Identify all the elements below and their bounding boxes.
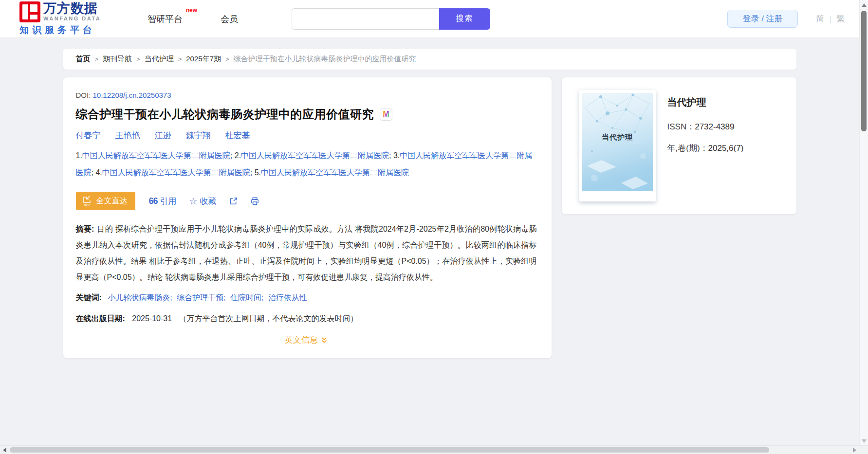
search-bar: 搜索 [292,8,490,30]
wanfang-logo[interactable]: 万方数据 WANFANG DATA 知识服务平台 [19,1,110,36]
article-actions: free 全文直达 66 引用 ☆ 收藏 [76,192,537,210]
affiliation-number: 5. [255,168,261,177]
breadcrumb-current: 综合护理干预在小儿轮状病毒肠炎护理中的应用价值研究 [234,54,416,64]
author-link[interactable]: 杜宏基 [225,130,250,141]
affiliation-separator: ; [230,151,235,160]
doi-row: DOI: 10.12208/j.cn.20250373 [76,91,537,99]
article-detail-card: DOI: 10.12208/j.cn.20250373 综合护理干预在小儿轮状病… [63,77,552,358]
affiliation-separator: ; [250,168,255,177]
lang-divider: | [830,14,831,24]
scroll-up-arrow-icon[interactable] [862,3,867,7]
affiliations: 1.中国人民解放军空军军医大学第二附属医院; 2.中国人民解放军空军军医大学第二… [76,147,537,181]
breadcrumb-issue[interactable]: 2025年7期 [186,54,221,64]
breadcrumb-home[interactable]: 首页 [76,54,91,64]
fulltext-button-label: 全文直达 [96,196,128,206]
journal-cover-title: 当代护理 [582,133,653,142]
abstract-text: 目的 探析综合护理干预应用于小儿轮状病毒肠炎护理中的实际成效。方法 将我院202… [76,225,537,281]
english-info-label: 英文信息 [285,334,318,345]
online-publish-date: 2025-10-31 [132,314,172,323]
affiliation-link[interactable]: 中国人民解放军空军军医大学第二附属医院 [261,168,409,177]
medline-badge-icon: M [380,108,392,121]
nav-item-zhiyan[interactable]: 智研平台 new [148,13,183,25]
share-button[interactable] [229,197,238,206]
nav-item-member-label: 会员 [221,14,238,24]
scroll-down-arrow-icon[interactable] [862,439,867,443]
favorite-button[interactable]: ☆ 收藏 [189,196,217,207]
author-link[interactable]: 魏宇翔 [186,130,211,141]
breadcrumb-journal-nav[interactable]: 期刊导航 [103,54,132,64]
article-title: 综合护理干预在小儿轮状病毒肠炎护理中的应用价值研究 [76,107,374,122]
nav-item-zhiyan-label: 智研平台 [148,14,183,24]
breadcrumb-separator: > [136,55,140,63]
horizontal-scrollbar[interactable] [0,445,868,454]
english-info-toggle[interactable]: 英文信息 [285,334,328,345]
keyword-separator: ; [170,293,172,302]
breadcrumb-journal[interactable]: 当代护理 [145,54,174,64]
wanfang-logo-icon [19,1,40,22]
vertical-scrollbar[interactable] [859,0,868,445]
brand-name: 万方数据 [43,1,101,15]
favorite-label: 收藏 [200,196,217,207]
lang-simplified[interactable]: 简 [816,13,825,24]
quote-icon: 66 [149,196,158,206]
keyword-link[interactable]: 综合护理干预 [177,293,223,302]
breadcrumb: 首页 > 期刊导航 > 当代护理 > 2025年7期 > 综合护理干预在小儿轮状… [63,49,796,70]
issn-value: 2732-4389 [695,122,734,131]
scroll-left-arrow-icon[interactable] [3,448,6,453]
breadcrumb-separator: > [225,55,229,63]
affiliation-number: 1. [76,151,82,160]
breadcrumb-separator: > [178,55,182,63]
online-publish-note: （万方平台首次上网日期，不代表论文的发表时间） [179,314,358,323]
abstract: 摘要:目的 探析综合护理干预应用于小儿轮状病毒肠炎护理中的实际成效。方法 将我院… [76,221,537,285]
nav-item-member[interactable]: 会员 [221,13,238,25]
author-link[interactable]: 王艳艳 [115,130,140,141]
print-button[interactable] [250,197,259,206]
search-button[interactable]: 搜索 [439,8,490,30]
affiliation-link[interactable]: 中国人民解放军空军军医大学第二附属医院 [102,168,250,177]
keyword-link[interactable]: 小儿轮状病毒肠炎 [108,293,170,302]
affiliation-link[interactable]: 中国人民解放军空军军医大学第二附属医院 [241,151,389,160]
doi-link[interactable]: 10.12208/j.cn.20250373 [93,91,171,99]
abstract-label: 摘要: [76,225,94,233]
scroll-right-arrow-icon[interactable] [853,448,856,453]
journal-issn-row: ISSN：2732-4389 [667,121,744,132]
affiliation-separator: ; [389,151,393,160]
share-icon [229,197,238,206]
online-publish-label: 在线出版日期: [76,314,125,323]
authors-row: 付春宁 王艳艳 江逊 魏宇翔 杜宏基 [76,130,537,141]
affiliation-link[interactable]: 中国人民解放军空军军医大学第二附属医院 [82,151,230,160]
login-register-button[interactable]: 登录 / 注册 [727,10,797,28]
double-chevron-down-icon [321,336,328,344]
fulltext-button[interactable]: free 全文直达 [76,192,135,210]
page-body: 首页 > 期刊导航 > 当代护理 > 2025年7期 > 综合护理干预在小儿轮状… [0,38,859,445]
top-header: 万方数据 WANFANG DATA 知识服务平台 智研平台 new 会员 搜索 … [0,0,859,38]
keyword-link[interactable]: 住院时间 [230,293,261,302]
keywords-label: 关键词: [76,293,102,302]
issn-label: ISSN： [667,122,695,131]
star-icon: ☆ [189,196,198,207]
horizontal-scrollbar-thumb[interactable] [10,447,769,453]
keyword-link[interactable]: 治疗依从性 [268,293,307,302]
journal-cover[interactable]: 当代护理 [579,90,656,201]
cite-button[interactable]: 66 引用 [149,196,177,207]
fulltext-free-icon: free [82,195,92,207]
search-input[interactable] [292,8,439,30]
keywords-row: 关键词: 小儿轮状病毒肠炎; 综合护理干预; 住院时间; 治疗依从性 [76,290,537,306]
affiliation-number: 2. [235,151,241,160]
keyword-separator: ; [261,293,263,302]
author-link[interactable]: 付春宁 [76,130,101,141]
author-link[interactable]: 江逊 [155,130,171,141]
doi-label: DOI: [76,91,91,99]
new-badge: new [186,7,197,14]
keyword-separator: ; [223,293,225,302]
journal-name[interactable]: 当代护理 [667,96,744,109]
breadcrumb-separator: > [95,55,99,63]
lang-traditional[interactable]: 繁 [836,13,845,24]
vertical-scrollbar-thumb[interactable] [861,11,867,131]
brand-subtitle: 知识服务平台 [19,24,110,36]
brand-name-en: WANFANG DATA [43,15,101,22]
volume-value: 2025,6(7) [708,144,744,153]
volume-label: 年,卷(期)： [667,144,708,153]
language-switch: 简 | 繁 [816,13,845,24]
affiliation-number: 4. [95,168,102,177]
